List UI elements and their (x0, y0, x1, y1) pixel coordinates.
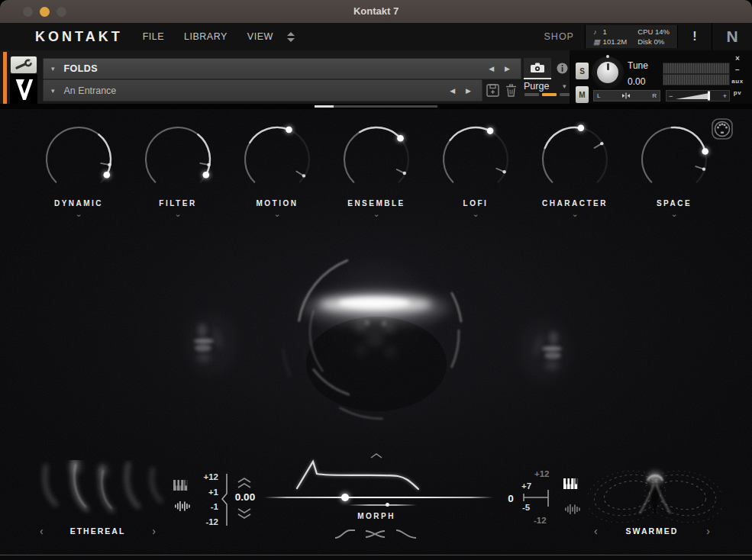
knob-dynamic: DYNAMIC⌄ (29, 121, 128, 217)
knob-lofi-dial[interactable] (434, 121, 518, 198)
instrument-header-row[interactable]: ▾ FOLDS ◀ ▶ (43, 58, 521, 79)
purge-dropdown[interactable]: Purge (524, 81, 549, 92)
next-instrument-arrow[interactable]: ▶ (505, 65, 510, 72)
knob-dropdown-chevron[interactable]: ⌄ (128, 210, 228, 217)
header-collapse-toggle[interactable] (287, 32, 295, 42)
window-title: Kontakt 7 (0, 0, 752, 23)
knob-dropdown-chevron[interactable]: ⌄ (525, 210, 625, 217)
titlebar: Kontakt 7 (0, 0, 752, 24)
morph-fine-slider[interactable] (348, 502, 417, 508)
info-view-tab[interactable] (554, 60, 570, 76)
right-audio-mode-icon[interactable] (564, 504, 581, 515)
menu-file[interactable]: FILE (143, 31, 164, 42)
purge-caret-icon[interactable]: ▾ (563, 82, 566, 90)
patch-name[interactable]: An Entrance (64, 85, 117, 96)
shop-link[interactable]: SHOP (544, 31, 574, 42)
left-value-up-stepper[interactable] (236, 477, 253, 489)
collapse-instrument-caret[interactable]: ▾ (51, 65, 55, 72)
rack-scrollbar-thumb[interactable] (315, 105, 334, 108)
rack-mixer-panel: S M Tune 0.00 × − aux pv L (570, 50, 752, 105)
camera-icon (530, 63, 545, 73)
knob-label: SPACE (625, 199, 724, 208)
collapse-button[interactable]: − (726, 66, 749, 74)
right-outer-low[interactable]: -12 (534, 516, 547, 525)
left-layer-name[interactable]: ETHEREAL (70, 526, 126, 536)
morph-slider-track[interactable] (264, 497, 493, 498)
knob-lofi: LOFI⌄ (426, 121, 525, 217)
mute-button[interactable]: M (575, 85, 589, 104)
patch-caret[interactable]: ▾ (51, 87, 55, 95)
instrument-name[interactable]: FOLDS (64, 63, 98, 74)
volume-slider[interactable]: − + (666, 90, 730, 101)
prev-patch-arrow[interactable]: ◀ (450, 87, 455, 95)
morph-slider[interactable] (264, 493, 493, 502)
ni-logo-box[interactable]: N (712, 23, 752, 50)
knob-label: MOTION (228, 199, 327, 208)
solo-button[interactable]: S (575, 62, 589, 80)
morph-crossfade-icon[interactable] (364, 528, 387, 539)
knob-dropdown-chevron[interactable]: ⌄ (426, 210, 525, 217)
left-layer-prev-arrow[interactable]: ‹ (40, 526, 44, 536)
right-outer-high[interactable]: +12 (534, 469, 550, 478)
rack-header: ▾ FOLDS ◀ ▶ ▾ An Entrance ◀ ▶ (0, 50, 752, 105)
right-keys-mode-icon[interactable] (563, 478, 581, 490)
edit-instrument-button[interactable] (10, 56, 37, 74)
morph-ramp-up-icon[interactable] (334, 528, 357, 539)
knob-dynamic-dial[interactable] (37, 121, 121, 198)
morph-fine-track[interactable] (348, 504, 417, 506)
midi-assign-button[interactable] (710, 117, 734, 144)
volume-minus[interactable]: − (669, 92, 673, 100)
right-layer-value[interactable]: 0 (504, 493, 518, 504)
left-layer-selector: ‹ ETHEREAL › (40, 526, 156, 536)
left-layer-value[interactable]: 0.00 (228, 491, 263, 503)
envelope-up-chevron[interactable] (370, 452, 383, 459)
knob-dropdown-chevron[interactable]: ⌄ (327, 210, 426, 217)
remove-button[interactable]: × (726, 54, 749, 63)
remove-instrument-button[interactable] (503, 81, 518, 99)
knob-ensemble-dial[interactable] (334, 121, 418, 198)
pan-slider[interactable]: L R (593, 90, 660, 101)
tune-knob-marker (606, 55, 609, 58)
right-layer-next-arrow[interactable]: › (706, 526, 710, 536)
volume-wedge (674, 91, 718, 101)
knob-character-dial[interactable] (533, 121, 617, 198)
left-keys-mode-icon[interactable] (173, 480, 191, 491)
menu-library[interactable]: LIBRARY (184, 31, 228, 42)
tune-knob[interactable] (592, 56, 624, 89)
prev-instrument-arrow[interactable]: ◀ (489, 65, 494, 72)
warning-button[interactable]: ! (678, 30, 712, 43)
right-layer-name[interactable]: SWARMED (626, 526, 679, 536)
left-transpose-options: +12 +1 -1 -12 (191, 470, 218, 530)
tune-value[interactable]: 0.00 (628, 76, 645, 87)
morph-slider-handle[interactable] (341, 494, 349, 501)
left-audio-mode-icon[interactable] (174, 500, 191, 512)
knob-dropdown-chevron[interactable]: ⌄ (29, 210, 128, 217)
transpose-option[interactable]: -12 (191, 515, 218, 530)
knob-motion-dial[interactable] (235, 121, 319, 198)
instrument-logo (10, 74, 37, 105)
menu-view[interactable]: VIEW (247, 31, 273, 42)
knob-space-dial[interactable] (632, 121, 716, 198)
envelope-display[interactable] (292, 458, 430, 493)
knob-dropdown-chevron[interactable]: ⌄ (625, 210, 724, 217)
save-patch-button[interactable] (484, 81, 501, 99)
left-value-down-stepper[interactable] (236, 507, 253, 520)
morph-fine-handle[interactable] (386, 503, 389, 507)
transpose-option[interactable]: +12 (191, 470, 218, 485)
next-patch-arrow[interactable]: ▶ (466, 87, 471, 95)
transpose-option[interactable]: -1 (191, 500, 218, 515)
morph-ramp-down-icon[interactable] (395, 528, 418, 539)
left-layer-next-arrow[interactable]: › (152, 526, 156, 536)
chevron-down-icon (287, 38, 295, 42)
right-layer-prev-arrow[interactable]: ‹ (594, 526, 598, 536)
pan-center-icon (621, 92, 631, 100)
transpose-option[interactable]: +1 (191, 485, 218, 500)
aux-button[interactable]: aux (726, 78, 749, 85)
knob-dropdown-chevron[interactable]: ⌄ (228, 210, 327, 217)
patch-header-row[interactable]: ▾ An Entrance ◀ ▶ (43, 79, 483, 101)
knob-filter-dial[interactable] (136, 121, 220, 198)
snapshot-view-tab[interactable] (524, 58, 551, 79)
rack-scroll-strip (0, 104, 752, 109)
swarmed-layer-visual (588, 457, 722, 533)
volume-plus[interactable]: + (723, 92, 727, 100)
